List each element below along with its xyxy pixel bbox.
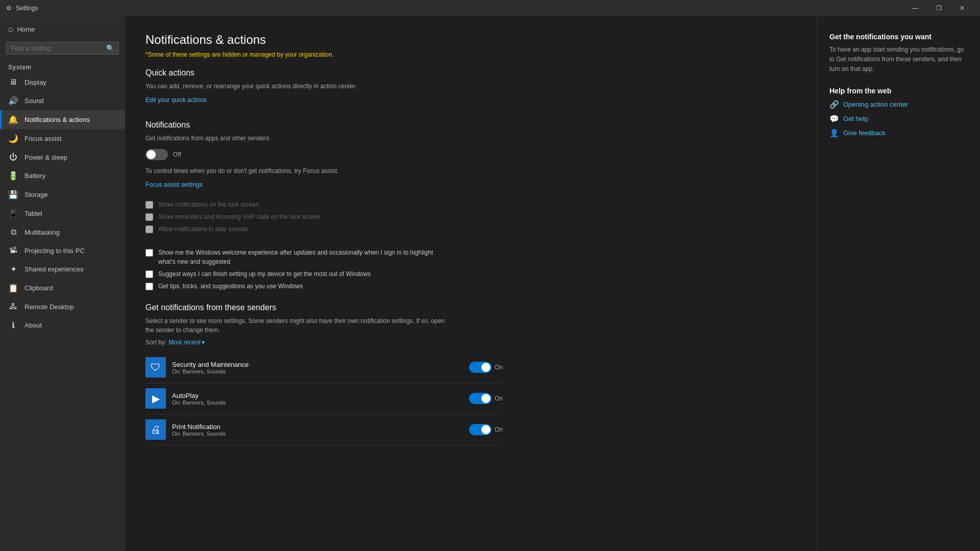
sidebar-item-shared[interactable]: ✦ Shared experiences: [0, 260, 125, 279]
sidebar-item-projecting[interactable]: 📽 Projecting to this PC: [0, 241, 125, 260]
sidebar-item-shared-label: Shared experiences: [24, 265, 84, 273]
sender-toggle-print[interactable]: [469, 424, 492, 435]
projecting-icon: 📽: [8, 246, 18, 255]
sort-dropdown[interactable]: Most recent ▾: [168, 339, 205, 346]
sender-toggle-area-print: On: [469, 424, 503, 435]
sidebar-item-tablet[interactable]: 📱 Tablet: [0, 204, 125, 223]
sort-value: Most recent: [168, 339, 201, 346]
home-nav-item[interactable]: ⌂ Home: [0, 16, 125, 38]
sidebar-item-display[interactable]: 🖥 Display: [0, 73, 125, 91]
sidebar-item-focus[interactable]: 🌙 Focus assist: [0, 129, 125, 148]
sender-toggle-area-autoplay: On: [469, 393, 503, 404]
about-icon: ℹ: [8, 320, 18, 330]
notifications-icon: 🔔: [8, 115, 18, 124]
chevron-down-icon: ▾: [202, 339, 205, 346]
quick-actions-desc: You can add, remove, or rearrange your q…: [145, 82, 452, 91]
sidebar-item-about[interactable]: ℹ About: [0, 316, 125, 335]
clipboard-icon: 📋: [8, 283, 18, 293]
search-icon: 🔍: [106, 44, 114, 52]
sidebar-item-power[interactable]: ⏻ Power & sleep: [0, 148, 125, 166]
focus-assist-link[interactable]: Focus assist settings: [145, 181, 202, 188]
title-bar: ⚙ Settings — ❐ ✕: [0, 0, 980, 16]
sidebar-item-remote-label: Remote Desktop: [24, 303, 74, 311]
storage-icon: 💾: [8, 190, 18, 199]
sidebar-item-remote[interactable]: 🖧 Remote Desktop: [0, 297, 125, 316]
main-content: Notifications & actions *Some of these s…: [125, 16, 817, 551]
remote-icon: 🖧: [8, 302, 18, 311]
home-icon: ⌂: [8, 24, 13, 34]
tablet-icon: 📱: [8, 209, 18, 218]
org-warning: *Some of these settings are hidden or ma…: [145, 51, 796, 58]
checkbox-sounds-label: Allow notifications to play sounds: [158, 224, 248, 234]
checkbox-tips-input[interactable]: [145, 283, 153, 290]
help-from-web: Help from the web: [829, 87, 968, 95]
give-feedback-link[interactable]: 👤 Give feedback: [829, 129, 968, 138]
sidebar-item-about-label: About: [24, 321, 42, 329]
checkbox-suggest-label: Suggest ways I can finish setting up my …: [158, 269, 371, 279]
sidebar-item-storage[interactable]: 💾 Storage: [0, 185, 125, 204]
search-input[interactable]: [11, 44, 103, 52]
focus-icon: 🌙: [8, 134, 18, 143]
sort-row: Sort by: Most recent ▾: [145, 339, 796, 346]
home-label: Home: [17, 26, 35, 33]
restore-button[interactable]: ❐: [927, 0, 950, 16]
title-bar-left: ⚙ Settings: [6, 5, 38, 12]
close-button[interactable]: ✕: [950, 0, 974, 16]
help-text: To have an app start sending you notific…: [829, 45, 968, 74]
sidebar-item-sound[interactable]: 🔊 Sound: [0, 91, 125, 110]
get-help-link[interactable]: 💬 Get help: [829, 114, 968, 123]
sidebar-item-notifications-label: Notifications & actions: [24, 116, 90, 123]
checkbox-welcome-label: Show me the Windows welcome experience a…: [158, 248, 442, 266]
sidebar-item-notifications[interactable]: 🔔 Notifications & actions: [0, 110, 125, 129]
checkbox-sounds: Allow notifications to play sounds: [145, 224, 442, 234]
sidebar-item-battery[interactable]: 🔋 Battery: [0, 166, 125, 185]
sidebar-item-multitasking[interactable]: ⧉ Multitasking: [0, 223, 125, 241]
sidebar-item-storage-label: Storage: [24, 191, 48, 198]
opening-action-center-link[interactable]: 🔗 Opening action center: [829, 100, 968, 109]
get-help-icon: 💬: [829, 114, 839, 123]
toggle-state-label: Off: [173, 151, 181, 158]
checkbox-welcome: Show me the Windows welcome experience a…: [145, 248, 442, 266]
page-title: Notifications & actions: [145, 33, 796, 47]
checkbox-suggest-input[interactable]: [145, 270, 153, 278]
sender-sub-print: On: Banners, Sounds: [172, 431, 463, 437]
sender-name-security: Security and Maintenance: [172, 361, 463, 368]
sidebar-item-display-label: Display: [24, 79, 46, 86]
sender-sub-autoplay: On: Banners, Sounds: [172, 399, 463, 406]
app-icon: ⚙: [6, 5, 12, 12]
sender-toggle-security[interactable]: [469, 362, 492, 373]
sender-row-print[interactable]: 🖨 Print Notification On: Banners, Sounds…: [145, 414, 503, 445]
opening-action-center-label: Opening action center: [843, 101, 908, 108]
checkbox-sounds-input[interactable]: [145, 226, 153, 233]
sender-row-autoplay[interactable]: ▶ AutoPlay On: Banners, Sounds On: [145, 383, 503, 414]
notifications-toggle-row: Off: [145, 149, 796, 160]
sidebar: ⌂ Home 🔍 System 🖥 Display 🔊 Sound 🔔 Noti…: [0, 16, 125, 551]
sender-info-print: Print Notification On: Banners, Sounds: [172, 423, 463, 437]
senders-title: Get notifications from these senders: [145, 303, 796, 312]
checkbox-lock-screen-input[interactable]: [145, 201, 153, 209]
minimize-button[interactable]: —: [903, 0, 927, 16]
sender-row-security[interactable]: 🛡 Security and Maintenance On: Banners, …: [145, 352, 503, 383]
checkbox-tips-label: Get tips, tricks, and suggestions as you…: [158, 282, 303, 291]
sender-toggle-autoplay[interactable]: [469, 393, 492, 404]
checkbox-welcome-input[interactable]: [145, 249, 153, 257]
display-icon: 🖥: [8, 78, 18, 87]
sidebar-item-clipboard[interactable]: 📋 Clipboard: [0, 279, 125, 297]
notifications-toggle[interactable]: [145, 149, 168, 160]
link-icon-action-center: 🔗: [829, 100, 839, 109]
get-notif-label: Get notifications from apps and other se…: [145, 134, 452, 143]
edit-quick-actions-link[interactable]: Edit your quick actions: [145, 96, 207, 104]
checkbox-suggest: Suggest ways I can finish setting up my …: [145, 269, 442, 279]
checkbox-voip-input[interactable]: [145, 213, 153, 221]
power-icon: ⏻: [8, 153, 18, 162]
checkbox-tips: Get tips, tricks, and suggestions as you…: [145, 282, 442, 291]
sender-toggle-area-security: On: [469, 362, 503, 373]
give-feedback-icon: 👤: [829, 129, 839, 138]
search-box[interactable]: 🔍: [6, 42, 119, 55]
sidebar-item-sound-label: Sound: [24, 97, 44, 105]
sender-icon-autoplay: ▶: [145, 388, 166, 409]
sidebar-item-clipboard-label: Clipboard: [24, 284, 53, 292]
focus-assist-text: To control times when you do or don't ge…: [145, 166, 452, 176]
sender-info-autoplay: AutoPlay On: Banners, Sounds: [172, 392, 463, 406]
help-title: Get the notifications you want: [829, 33, 968, 41]
